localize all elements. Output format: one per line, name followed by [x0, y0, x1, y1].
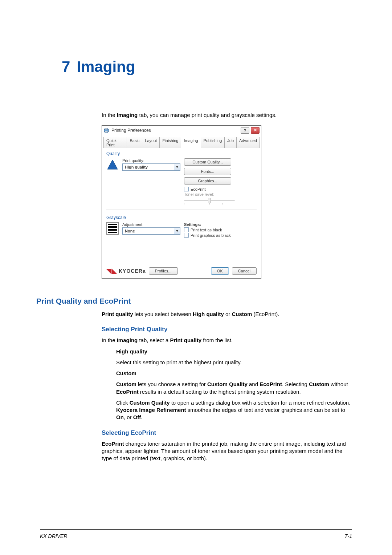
svg-marker-3: [107, 160, 118, 169]
custom-title: Custom: [116, 370, 352, 377]
grayscale-section-label: Grayscale: [106, 215, 257, 220]
print-text-as-black-checkbox[interactable]: Print text as black: [184, 227, 257, 232]
tab-advanced[interactable]: Advanced: [236, 137, 260, 148]
ecoprint-checkbox-row[interactable]: EcoPrint: [184, 187, 257, 191]
pq-intro-paragraph: Print quality lets you select between Hi…: [102, 311, 352, 318]
quality-section-label: Quality: [106, 151, 257, 156]
footer-right: 7-1: [345, 533, 352, 539]
tab-finishing[interactable]: Finishing: [159, 137, 181, 148]
chevron-down-icon: ▼: [174, 164, 180, 170]
print-quality-value: High quality: [123, 165, 174, 169]
ecoprint-label: EcoPrint: [191, 187, 206, 191]
ok-button[interactable]: OK: [211, 267, 229, 275]
custom-paragraph-1: Custom lets you choose a setting for Cus…: [116, 381, 352, 396]
chevron-down-icon: ▼: [174, 228, 180, 234]
printer-icon: [103, 127, 109, 133]
settings-opt-label: Print text as black: [191, 228, 222, 232]
custom-quality-button[interactable]: Custom Quality...: [184, 158, 231, 166]
toner-save-slider: [184, 197, 235, 204]
profiles-button[interactable]: Profiles...: [149, 267, 178, 275]
dialog-body: Quality Print quality: High quality ▼: [102, 148, 261, 278]
adjustment-label: Adjustment:: [122, 222, 180, 227]
tab-quick-print[interactable]: Quick Print: [103, 137, 127, 148]
spq-intro-paragraph: In the Imaging tab, select a Print quali…: [102, 337, 352, 344]
adjustment-dropdown[interactable]: None ▼: [122, 227, 180, 235]
heading-selecting-ecoprint: Selecting EcoPrint: [102, 429, 352, 437]
help-button[interactable]: ?: [241, 127, 249, 134]
tab-publishing[interactable]: Publishing: [201, 137, 225, 148]
adjustment-value: None: [123, 229, 174, 233]
graphics-button[interactable]: Graphics...: [184, 177, 231, 185]
kyocera-logo-icon: ◥◣: [106, 268, 117, 274]
kyocera-brand: ◥◣ KYOCERa: [106, 268, 146, 274]
brand-text: KYOCERa: [119, 268, 146, 274]
dialog-title: Printing Preferences: [111, 128, 239, 133]
tab-layout[interactable]: Layout: [142, 137, 160, 148]
chapter-number: 7: [62, 58, 70, 75]
cancel-button[interactable]: Cancel: [232, 267, 257, 275]
custom-paragraph-2: Click Custom Quality to open a settings …: [116, 399, 352, 421]
close-button[interactable]: ✕: [251, 127, 260, 134]
settings-label: Settings:: [184, 222, 257, 227]
footer-rule: [40, 529, 352, 530]
quality-triangle-icon: [106, 158, 119, 171]
grayscale-bars-icon: [106, 222, 119, 235]
dialog-titlebar: Printing Preferences ? ✕: [102, 126, 261, 135]
dialog-footer: ◥◣ KYOCERa Profiles... OK Cancel: [106, 267, 257, 275]
svg-rect-2: [105, 131, 108, 133]
checkbox-icon: [184, 187, 189, 191]
footer-left: KX DRIVER: [40, 533, 67, 539]
intro-paragraph: In the Imaging tab, you can manage print…: [102, 112, 352, 118]
chapter-title: Imaging: [77, 58, 135, 75]
svg-rect-1: [105, 128, 108, 130]
ecoprint-paragraph: EcoPrint changes toner saturation in the…: [102, 440, 352, 462]
high-quality-title: High quality: [116, 348, 352, 355]
heading-print-quality-ecoprint: Print Quality and EcoPrint: [36, 297, 352, 305]
settings-opt-label: Print graphics as black: [191, 233, 231, 238]
checkbox-icon: [184, 227, 189, 232]
tab-job[interactable]: Job: [224, 137, 237, 148]
tab-imaging[interactable]: Imaging: [181, 137, 201, 148]
dialog-tabs: Quick Print Basic Layout Finishing Imagi…: [102, 135, 261, 148]
tab-basic[interactable]: Basic: [127, 137, 142, 148]
toner-save-label: Toner save level:: [184, 192, 257, 197]
chapter-heading: 7Imaging: [62, 58, 352, 76]
heading-selecting-print-quality: Selecting Print Quality: [102, 326, 352, 333]
checkbox-icon: [184, 233, 189, 238]
printing-preferences-dialog: Printing Preferences ? ✕ Quick Print Bas…: [102, 125, 261, 279]
high-quality-body: Select this setting to print at the high…: [116, 359, 352, 366]
print-graphics-as-black-checkbox[interactable]: Print graphics as black: [184, 233, 257, 238]
print-quality-label: Print quality:: [122, 158, 180, 163]
fonts-button[interactable]: Fonts...: [184, 168, 231, 175]
print-quality-dropdown[interactable]: High quality ▼: [122, 163, 180, 171]
